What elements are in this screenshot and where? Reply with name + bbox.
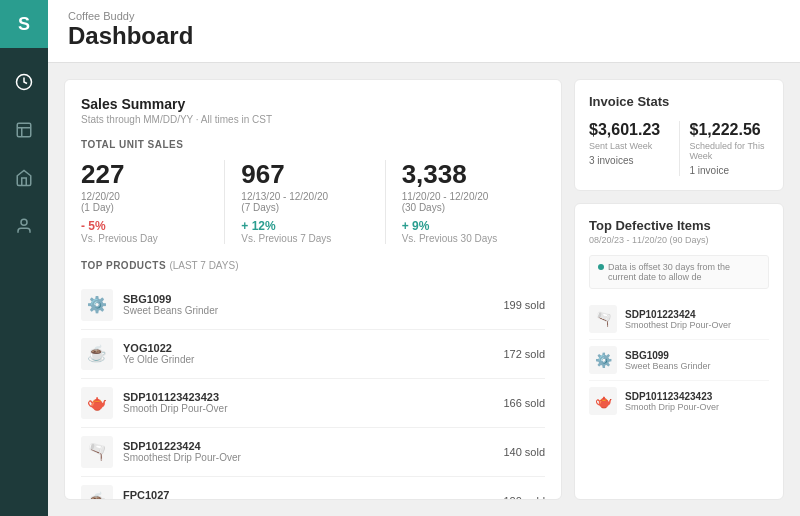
product-info-1: YOG1022 Ye Olde Grinder (123, 342, 503, 365)
invoice-sent: $3,601.23 Sent Last Week 3 invoices (589, 121, 669, 176)
sidebar-item-store[interactable] (4, 158, 44, 198)
product-info-4: FPC1027 Fresh Pots Coffee Pot of the Bes… (123, 489, 503, 500)
invoice-stats-title: Invoice Stats (589, 94, 769, 109)
invoice-stats-row: $3,601.23 Sent Last Week 3 invoices $1,2… (589, 121, 769, 176)
product-id-2: SDP101123423423 (123, 391, 503, 403)
product-sold-1: 172 sold (503, 348, 545, 360)
stat-1-value: 227 (81, 160, 208, 189)
defective-item: 🫗 SDP101223424 Smoothest Drip Pour-Over (589, 299, 769, 340)
product-row: 🫖 SDP101123423423 Smooth Drip Pour-Over … (81, 379, 545, 428)
stat-2-change-label: Vs. Previous 7 Days (241, 233, 368, 244)
invoice-sent-amount: $3,601.23 (589, 121, 669, 139)
product-id-4: FPC1027 (123, 489, 503, 500)
defective-item: ⚙️ SBG1099 Sweet Beans Grinder (589, 340, 769, 381)
product-sold-2: 166 sold (503, 397, 545, 409)
invoice-scheduled-count: 1 invoice (690, 165, 770, 176)
invoice-scheduled: $1,222.56 Scheduled for This Week 1 invo… (690, 121, 770, 176)
top-products-label: TOP PRODUCTS (LAST 7 DAYS) (81, 260, 545, 271)
product-info-2: SDP101123423423 Smooth Drip Pour-Over (123, 391, 503, 414)
product-icon-3: 🫗 (81, 436, 113, 468)
invoice-divider (679, 121, 680, 176)
stat-3-value: 3,338 (402, 160, 529, 189)
app-name: Coffee Buddy (68, 10, 780, 22)
invoice-sent-label: Sent Last Week (589, 141, 669, 151)
stat-1-change-label: Vs. Previous Day (81, 233, 208, 244)
product-name-0: Sweet Beans Grinder (123, 305, 503, 316)
sidebar-item-clock[interactable] (4, 62, 44, 102)
content-area: Sales Summary Stats through MM/DD/YY · A… (48, 63, 800, 516)
defective-icon-2: 🫖 (589, 387, 617, 415)
defective-info-1: SBG1099 Sweet Beans Grinder (625, 350, 711, 371)
right-panel: Invoice Stats $3,601.23 Sent Last Week 3… (574, 79, 784, 500)
products-list: ⚙️ SBG1099 Sweet Beans Grinder 199 sold … (81, 281, 545, 500)
sales-summary-title: Sales Summary (81, 96, 545, 112)
product-row: ☕ FPC1027 Fresh Pots Coffee Pot of the B… (81, 477, 545, 500)
defective-notice: Data is offset 30 days from the current … (589, 255, 769, 289)
stat-2-change: + 12% (241, 219, 368, 233)
product-info-3: SDP101223424 Smoothest Drip Pour-Over (123, 440, 503, 463)
sidebar-item-chart[interactable] (4, 110, 44, 150)
stat-1-date: 12/20/20 (1 Day) (81, 191, 208, 213)
main-area: Coffee Buddy Dashboard Sales Summary Sta… (48, 0, 800, 516)
product-sold-4: 120 sold (503, 495, 545, 500)
stat-1-change: - 5% (81, 219, 208, 233)
sidebar: S (0, 0, 48, 516)
defective-name-1: Sweet Beans Grinder (625, 361, 711, 371)
sales-summary-panel: Sales Summary Stats through MM/DD/YY · A… (64, 79, 562, 500)
defective-name-0: Smoothest Drip Pour-Over (625, 320, 731, 330)
product-icon-1: ☕ (81, 338, 113, 370)
defective-name-2: Smooth Drip Pour-Over (625, 402, 719, 412)
defective-info-0: SDP101223424 Smoothest Drip Pour-Over (625, 309, 731, 330)
product-row: ☕ YOG1022 Ye Olde Grinder 172 sold (81, 330, 545, 379)
defective-title: Top Defective Items (589, 218, 769, 233)
product-sold-0: 199 sold (503, 299, 545, 311)
sales-summary-subtitle: Stats through MM/DD/YY · All times in CS… (81, 114, 545, 125)
defective-info-2: SDP101123423423 Smooth Drip Pour-Over (625, 391, 719, 412)
app-logo[interactable]: S (0, 0, 48, 48)
stat-3-change: + 9% (402, 219, 529, 233)
product-icon-2: 🫖 (81, 387, 113, 419)
product-name-2: Smooth Drip Pour-Over (123, 403, 503, 414)
invoice-stats-card: Invoice Stats $3,601.23 Sent Last Week 3… (574, 79, 784, 191)
product-name-1: Ye Olde Grinder (123, 354, 503, 365)
svg-point-2 (21, 219, 27, 225)
product-row: ⚙️ SBG1099 Sweet Beans Grinder 199 sold (81, 281, 545, 330)
invoice-sent-count: 3 invoices (589, 155, 669, 166)
product-id-0: SBG1099 (123, 293, 503, 305)
defective-notice-text: Data is offset 30 days from the current … (608, 262, 760, 282)
top-defective-card: Top Defective Items 08/20/23 - 11/20/20 … (574, 203, 784, 500)
product-icon-4: ☕ (81, 485, 113, 500)
stat-1-day: 227 12/20/20 (1 Day) - 5% Vs. Previous D… (81, 160, 224, 244)
invoice-scheduled-label: Scheduled for This Week (690, 141, 770, 161)
product-id-3: SDP101223424 (123, 440, 503, 452)
stat-2-value: 967 (241, 160, 368, 189)
invoice-scheduled-amount: $1,222.56 (690, 121, 770, 139)
stat-3-date: 11/20/20 - 12/20/20 (30 Days) (402, 191, 529, 213)
stat-3-change-label: Vs. Previous 30 Days (402, 233, 529, 244)
defective-icon-0: 🫗 (589, 305, 617, 333)
stat-30-day: 3,338 11/20/20 - 12/20/20 (30 Days) + 9%… (385, 160, 545, 244)
notice-dot-icon (598, 264, 604, 270)
product-id-1: YOG1022 (123, 342, 503, 354)
header: Coffee Buddy Dashboard (48, 0, 800, 63)
stats-row: 227 12/20/20 (1 Day) - 5% Vs. Previous D… (81, 160, 545, 244)
defective-item: 🫖 SDP101123423423 Smooth Drip Pour-Over (589, 381, 769, 421)
stat-2-date: 12/13/20 - 12/20/20 (7 Days) (241, 191, 368, 213)
defective-subtitle: 08/20/23 - 11/20/20 (90 Days) (589, 235, 769, 245)
total-unit-sales-label: TOTAL UNIT SALES (81, 139, 545, 150)
sidebar-item-user[interactable] (4, 206, 44, 246)
product-name-3: Smoothest Drip Pour-Over (123, 452, 503, 463)
svg-rect-1 (17, 123, 31, 137)
defective-id-0: SDP101223424 (625, 309, 731, 320)
product-sold-3: 140 sold (503, 446, 545, 458)
stat-7-day: 967 12/13/20 - 12/20/20 (7 Days) + 12% V… (224, 160, 384, 244)
product-icon-0: ⚙️ (81, 289, 113, 321)
defective-items-list: 🫗 SDP101223424 Smoothest Drip Pour-Over … (589, 299, 769, 421)
defective-id-1: SBG1099 (625, 350, 711, 361)
defective-id-2: SDP101123423423 (625, 391, 719, 402)
product-row: 🫗 SDP101223424 Smoothest Drip Pour-Over … (81, 428, 545, 477)
defective-icon-1: ⚙️ (589, 346, 617, 374)
page-title: Dashboard (68, 22, 780, 50)
product-info-0: SBG1099 Sweet Beans Grinder (123, 293, 503, 316)
